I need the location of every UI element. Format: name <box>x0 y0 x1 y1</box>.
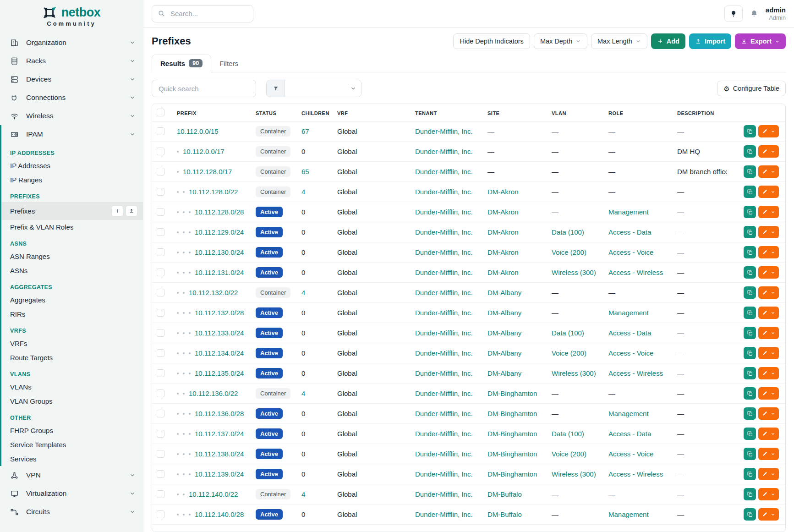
vlan-link[interactable]: Wireless (300) <box>552 269 596 276</box>
site-link[interactable]: DM-Albany <box>487 369 521 377</box>
filter-funnel-button[interactable] <box>267 80 285 97</box>
children-count-link[interactable]: 4 <box>301 289 305 296</box>
edit-dropdown-button[interactable] <box>758 488 779 500</box>
column-header-children[interactable]: CHILDREN <box>297 104 333 121</box>
clone-button[interactable] <box>744 226 756 238</box>
site-link[interactable]: DM-Akron <box>487 208 519 216</box>
prefix-link[interactable]: 10.112.132.0/22 <box>189 289 238 296</box>
role-link[interactable]: Access - Data <box>608 329 651 337</box>
site-link[interactable]: DM-Binghamton <box>487 470 537 478</box>
row-checkbox[interactable] <box>157 369 164 377</box>
row-checkbox[interactable] <box>157 289 164 296</box>
role-link[interactable]: Access - Wireless <box>608 369 663 377</box>
column-header-prefix[interactable]: PREFIX <box>172 104 251 121</box>
tenant-link[interactable]: Dunder-Mifflin, Inc. <box>415 228 473 236</box>
edit-dropdown-button[interactable] <box>758 226 779 238</box>
sidebar-item-prefixes[interactable]: Prefixes <box>1 202 143 220</box>
vlan-link[interactable]: Voice (200) <box>552 349 586 357</box>
site-link[interactable]: DM-Akron <box>487 269 519 276</box>
site-link[interactable]: DM-Akron <box>487 228 519 236</box>
clone-button[interactable] <box>744 468 756 480</box>
import-button[interactable]: Import <box>689 33 731 49</box>
sidebar-item-route-targets[interactable]: Route Targets <box>1 351 143 365</box>
tenant-link[interactable]: Dunder-Mifflin, Inc. <box>415 369 473 377</box>
edit-dropdown-button[interactable] <box>758 286 779 299</box>
prefix-link[interactable]: 10.112.134.0/24 <box>195 349 244 357</box>
prefix-link[interactable]: 10.112.136.0/28 <box>195 410 244 417</box>
prefix-link[interactable]: 10.112.0.0/17 <box>183 148 225 155</box>
clone-button[interactable] <box>744 165 756 178</box>
column-header-vrf[interactable]: VRF <box>333 104 411 121</box>
site-link[interactable]: DM-Albany <box>487 289 521 296</box>
row-checkbox[interactable] <box>157 248 164 256</box>
max-depth-dropdown[interactable]: Max Depth <box>534 33 587 49</box>
prefix-link[interactable]: 10.112.137.0/24 <box>195 430 244 438</box>
edit-dropdown-button[interactable] <box>758 367 779 379</box>
tenant-link[interactable]: Dunder-Mifflin, Inc. <box>415 510 473 518</box>
site-link[interactable]: DM-Albany <box>487 309 521 317</box>
vlan-link[interactable]: Data (100) <box>552 329 584 337</box>
tab-filters[interactable]: Filters <box>211 55 246 72</box>
vlan-link[interactable]: Voice (200) <box>552 248 586 256</box>
children-count-link[interactable]: 4 <box>301 490 305 498</box>
sidebar-item-wireless[interactable]: Wireless <box>0 107 143 125</box>
role-link[interactable]: Management <box>608 510 649 518</box>
quick-search-input[interactable] <box>158 84 250 93</box>
role-link[interactable]: Access - Data <box>608 430 651 438</box>
sidebar-item-racks[interactable]: Racks <box>0 52 143 70</box>
role-link[interactable]: Access - Voice <box>608 349 653 357</box>
clone-button[interactable] <box>744 387 756 400</box>
edit-dropdown-button[interactable] <box>758 206 779 218</box>
tenant-link[interactable]: Dunder-Mifflin, Inc. <box>415 470 473 478</box>
site-link[interactable]: DM-Albany <box>487 329 521 337</box>
children-count-link[interactable]: 4 <box>301 188 305 196</box>
vlan-link[interactable]: Data (100) <box>552 228 584 236</box>
role-link[interactable]: Access - Data <box>608 228 651 236</box>
sidebar-item-asn-ranges[interactable]: ASN Ranges <box>1 249 143 263</box>
clone-button[interactable] <box>744 367 756 379</box>
clone-button[interactable] <box>744 508 756 521</box>
edit-dropdown-button[interactable] <box>758 347 779 359</box>
site-link[interactable]: DM-Binghamton <box>487 389 537 397</box>
export-dropdown[interactable]: Export <box>735 33 786 49</box>
column-header-site[interactable]: SITE <box>483 104 547 121</box>
quick-import-button[interactable] <box>126 205 137 217</box>
row-checkbox[interactable] <box>157 269 164 276</box>
tenant-link[interactable]: Dunder-Mifflin, Inc. <box>415 168 473 176</box>
sidebar-item-circuits[interactable]: Circuits <box>0 503 143 521</box>
edit-dropdown-button[interactable] <box>758 186 779 198</box>
clone-button[interactable] <box>744 125 756 137</box>
tenant-link[interactable]: Dunder-Mifflin, Inc. <box>415 148 473 155</box>
tenant-link[interactable]: Dunder-Mifflin, Inc. <box>415 430 473 438</box>
vlan-link[interactable]: Data (100) <box>552 430 584 438</box>
sidebar-item-vlan-groups[interactable]: VLAN Groups <box>1 394 143 408</box>
edit-dropdown-button[interactable] <box>758 165 779 178</box>
column-header-description[interactable]: DESCRIPTION <box>673 104 727 121</box>
sidebar-item-ip-ranges[interactable]: IP Ranges <box>1 173 143 187</box>
sidebar-item-vrfs[interactable]: VRFs <box>1 336 143 351</box>
hide-depth-indicators-button[interactable]: Hide Depth Indicators <box>453 33 530 49</box>
edit-dropdown-button[interactable] <box>758 428 779 440</box>
tab-results[interactable]: Results 90 <box>152 55 211 72</box>
site-link[interactable]: DM-Akron <box>487 188 519 196</box>
sidebar-item-organization[interactable]: Organization <box>0 33 143 52</box>
configure-table-button[interactable]: ⚙ Configure Table <box>717 81 786 96</box>
row-checkbox[interactable] <box>157 490 164 498</box>
column-header-tenant[interactable]: TENANT <box>411 104 483 121</box>
clone-button[interactable] <box>744 407 756 420</box>
clone-button[interactable] <box>744 428 756 440</box>
add-button[interactable]: Add <box>651 33 685 49</box>
role-link[interactable]: Management <box>608 410 649 417</box>
column-header-status[interactable]: STATUS <box>251 104 297 121</box>
site-link[interactable]: DM-Buffalo <box>487 490 522 498</box>
clone-button[interactable] <box>744 145 756 158</box>
prefix-link[interactable]: 10.112.133.0/24 <box>195 329 244 337</box>
clone-button[interactable] <box>744 286 756 299</box>
vlan-link[interactable]: Wireless (300) <box>552 470 596 478</box>
row-checkbox[interactable] <box>157 430 164 438</box>
site-link[interactable]: DM-Akron <box>487 248 519 256</box>
clone-button[interactable] <box>744 448 756 460</box>
select-all-checkbox[interactable] <box>157 109 164 116</box>
sidebar-item-vpn[interactable]: VPN <box>0 466 143 484</box>
edit-dropdown-button[interactable] <box>758 387 779 400</box>
